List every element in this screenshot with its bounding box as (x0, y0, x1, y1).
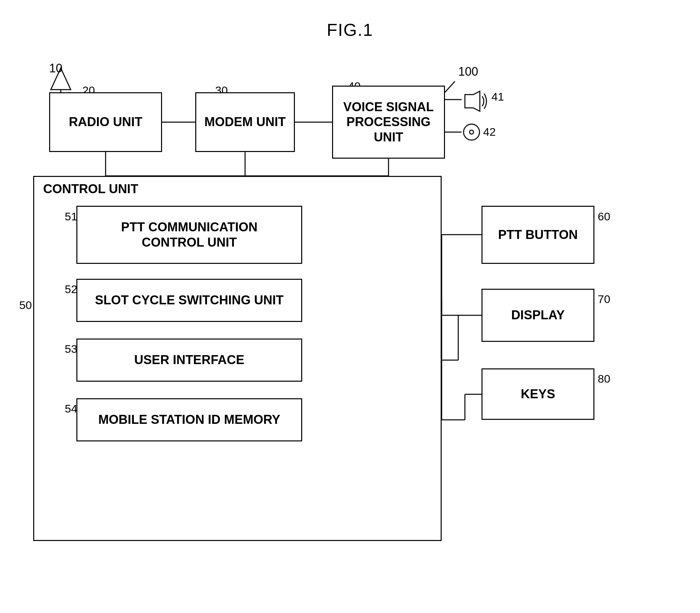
label-42: 42 (483, 126, 496, 139)
label-60: 60 (598, 210, 610, 223)
ptt-button-box: PTT BUTTON (482, 206, 595, 264)
svg-point-31 (470, 130, 473, 134)
label-80: 80 (598, 373, 610, 385)
label-41: 41 (492, 90, 504, 103)
svg-point-30 (463, 124, 480, 140)
label-51: 51 (65, 210, 77, 223)
radio-unit-box: RADIO UNIT (49, 92, 162, 152)
voice-signal-box: VOICE SIGNAL PROCESSING UNIT (332, 86, 445, 159)
ptt-comm-box: PTT COMMUNICATION CONTROL UNIT (76, 206, 302, 264)
label-52: 52 (65, 283, 77, 296)
user-interface-box: USER INTERFACE (76, 339, 302, 382)
label-50: 50 (19, 299, 32, 312)
svg-line-11 (445, 81, 455, 92)
label-100: 100 (458, 65, 478, 79)
keys-box: KEYS (482, 368, 595, 420)
label-53: 53 (65, 342, 77, 355)
antenna-icon (49, 65, 72, 96)
display-box: DISPLAY (482, 289, 595, 342)
mobile-station-box: MOBILE STATION ID MEMORY (76, 398, 302, 441)
microphone-icon (461, 122, 482, 143)
diagram: FIG.1 10 100 20 RADIO UNIT 30 MODEM UNIT… (0, 0, 700, 613)
slot-cycle-box: SLOT CYCLE SWITCHING UNIT (76, 279, 302, 322)
label-70: 70 (598, 293, 610, 306)
speaker-icon (461, 90, 490, 114)
modem-unit-box: MODEM UNIT (195, 92, 295, 152)
label-54: 54 (65, 402, 77, 415)
svg-marker-29 (465, 91, 480, 111)
figure-title: FIG.1 (327, 20, 373, 40)
svg-marker-27 (51, 68, 71, 90)
control-unit-label: CONTROL UNIT (43, 182, 138, 196)
